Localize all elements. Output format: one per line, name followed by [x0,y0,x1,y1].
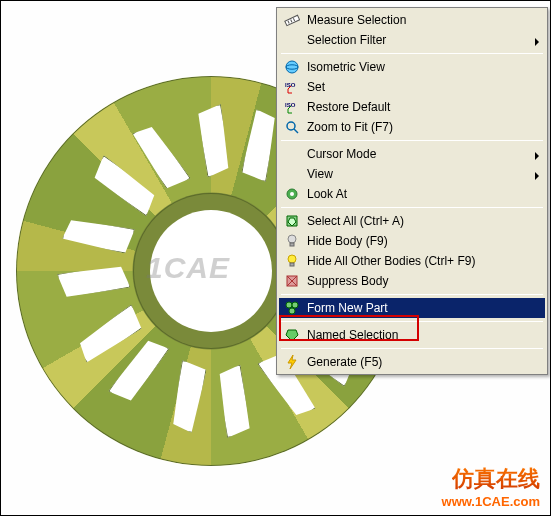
svg-point-4 [286,61,298,73]
menu-hide-all-other[interactable]: Hide All Other Bodies (Ctrl+ F9) [279,251,545,271]
select-all-icon [283,212,301,230]
menu-view[interactable]: View [279,164,545,184]
zoom-fit-icon [283,118,301,136]
menu-label: Named Selection [307,328,531,342]
brand-url-text: www.1CAE.com [442,494,540,509]
context-menu: Measure Selection Selection Filter Isome… [276,7,548,375]
submenu-arrow-icon [535,172,539,180]
blank-icon [283,31,301,49]
iso-restore-icon: ISO [283,98,301,116]
menu-label: View [307,167,531,181]
svg-point-14 [288,255,296,263]
menu-label: Selection Filter [307,33,531,47]
menu-label: Look At [307,187,531,201]
svg-rect-13 [290,243,294,246]
svg-point-20 [292,302,298,308]
menu-suppress-body[interactable]: Suppress Body [279,271,545,291]
menu-selection-filter[interactable]: Selection Filter [279,30,545,50]
lightbulb-on-icon [283,252,301,270]
menu-label: Suppress Body [307,274,531,288]
menu-separator [281,53,543,54]
submenu-arrow-icon [535,38,539,46]
menu-separator [281,348,543,349]
svg-rect-0 [285,15,300,25]
svg-rect-15 [290,263,294,266]
menu-label: Form New Part [307,301,531,315]
menu-label: Select All (Ctrl+ A) [307,214,531,228]
lightbulb-off-icon [283,232,301,250]
brand-cn-text: 仿真在线 [452,464,540,494]
blank-icon [283,145,301,163]
watermark-brand: 仿真在线 www.1CAE.com [442,464,540,509]
iso-set-icon: ISO [283,78,301,96]
ruler-icon [283,11,301,29]
suppress-icon [283,272,301,290]
menu-look-at[interactable]: Look At [279,184,545,204]
menu-hide-body[interactable]: Hide Body (F9) [279,231,545,251]
menu-named-selection[interactable]: Named Selection [279,325,545,345]
iso-sphere-icon [283,58,301,76]
menu-label: Zoom to Fit (F7) [307,120,531,134]
menu-select-all[interactable]: Select All (Ctrl+ A) [279,211,545,231]
menu-label: Hide All Other Bodies (Ctrl+ F9) [307,254,531,268]
menu-form-new-part[interactable]: Form New Part [279,298,545,318]
menu-measure-selection[interactable]: Measure Selection [279,10,545,30]
menu-label: Generate (F5) [307,355,531,369]
submenu-arrow-icon [535,152,539,160]
menu-separator [281,321,543,322]
menu-label: Hide Body (F9) [307,234,531,248]
menu-label: Restore Default [307,100,531,114]
svg-point-21 [289,308,295,314]
menu-isometric-view[interactable]: Isometric View [279,57,545,77]
blank-icon [283,165,301,183]
menu-label: Measure Selection [307,13,531,27]
menu-separator [281,207,543,208]
menu-separator [281,294,543,295]
menu-label: Isometric View [307,60,531,74]
svg-point-11 [290,192,294,196]
menu-label: Cursor Mode [307,147,531,161]
look-at-icon [283,185,301,203]
menu-generate[interactable]: Generate (F5) [279,352,545,372]
menu-label: Set [307,80,531,94]
svg-point-19 [286,302,292,308]
form-part-icon [283,299,301,317]
menu-zoom-to-fit[interactable]: Zoom to Fit (F7) [279,117,545,137]
menu-cursor-mode[interactable]: Cursor Mode [279,144,545,164]
menu-iso-set[interactable]: ISO Set [279,77,545,97]
menu-separator [281,140,543,141]
svg-line-9 [294,129,298,133]
svg-point-8 [287,122,295,130]
named-selection-icon [283,326,301,344]
menu-iso-restore-default[interactable]: ISO Restore Default [279,97,545,117]
lightning-icon [283,353,301,371]
svg-point-12 [288,235,296,243]
